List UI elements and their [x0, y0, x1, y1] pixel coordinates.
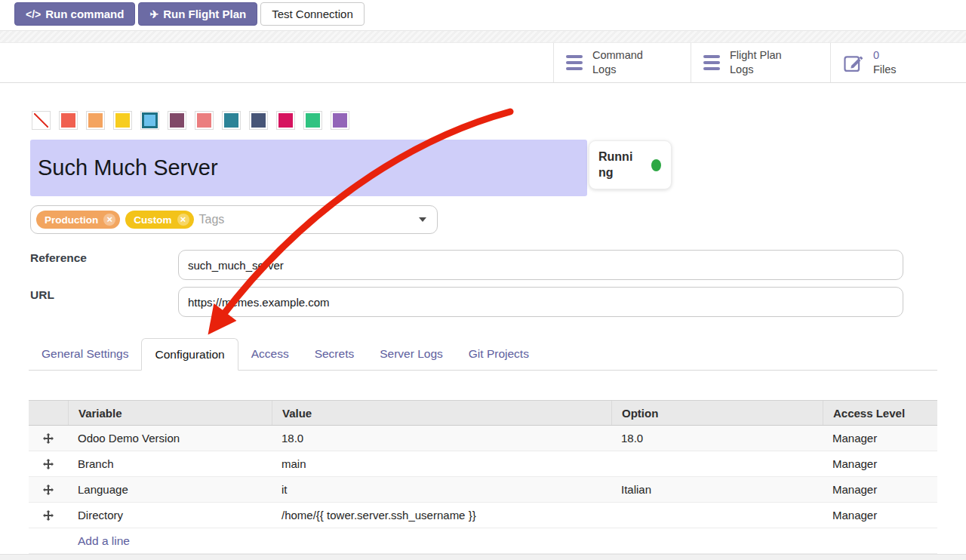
command-logs-label: Command Logs: [592, 48, 657, 77]
list-icon: [703, 55, 720, 70]
col-access-level[interactable]: Access Level: [823, 401, 937, 425]
color-picker: [32, 111, 349, 130]
list-icon: [566, 55, 583, 70]
stat-button-box: Command Logs Flight Plan Logs 0 Files: [0, 43, 966, 83]
add-line-link[interactable]: Add a line: [78, 534, 130, 548]
record-title: Such Much Server: [38, 155, 218, 180]
test-connection-button[interactable]: Test Connection: [260, 2, 365, 26]
notebook-tabs: General Settings Configuration Access Se…: [29, 338, 937, 371]
swatch-no-color[interactable]: [32, 111, 51, 130]
table-row[interactable]: Directory /home/{{ tower.server.ssh_user…: [29, 503, 937, 528]
swatch-fuchsia[interactable]: [276, 111, 295, 130]
tab-access[interactable]: Access: [238, 338, 302, 370]
url-input[interactable]: [178, 287, 903, 317]
cell-access-level[interactable]: Manager: [823, 432, 937, 445]
tab-secrets[interactable]: Secrets: [302, 338, 368, 370]
tags-placeholder: Tags: [199, 213, 225, 226]
tags-dropdown-caret-icon[interactable]: [419, 217, 426, 222]
drag-handle-icon[interactable]: [43, 485, 54, 495]
files-button[interactable]: 0 Files: [830, 43, 966, 82]
table-row[interactable]: Language it Italian Manager: [29, 477, 937, 503]
cell-option[interactable]: 18.0: [611, 432, 823, 445]
divider-strip: [0, 30, 966, 43]
cell-option[interactable]: Italian: [611, 483, 823, 496]
reference-input[interactable]: [178, 250, 903, 280]
swatch-dark-blue[interactable]: [249, 111, 268, 130]
swatch-dark-purple[interactable]: [168, 111, 186, 130]
status-label: Running: [598, 149, 638, 181]
tab-server-logs[interactable]: Server Logs: [367, 338, 456, 370]
table-header: Variable Value Option Access Level: [29, 400, 937, 426]
col-option[interactable]: Option: [611, 401, 823, 425]
configuration-table: Variable Value Option Access Level Odoo …: [29, 400, 937, 554]
cell-variable[interactable]: Directory: [68, 509, 272, 522]
drag-handle-icon[interactable]: [43, 459, 54, 469]
url-label: URL: [30, 288, 54, 302]
swatch-light-blue-selected[interactable]: [140, 111, 159, 130]
cell-value[interactable]: main: [272, 457, 611, 470]
swatch-yellow[interactable]: [113, 111, 132, 130]
tag-production[interactable]: Production ×: [36, 211, 120, 229]
page-bottom-strip: [0, 554, 966, 560]
server-form-page: </> Run command ✈ Run Flight Plan Test C…: [0, 0, 966, 560]
tag-custom-remove-icon[interactable]: ×: [177, 214, 189, 226]
cell-access-level[interactable]: Manager: [823, 483, 937, 496]
tag-custom-label: Custom: [134, 214, 171, 226]
swatch-green[interactable]: [303, 111, 322, 130]
col-value[interactable]: Value: [272, 401, 611, 425]
run-command-label: Run command: [45, 8, 124, 20]
add-line-row: Add a line: [29, 528, 937, 554]
cell-value[interactable]: /home/{{ tower.server.ssh_username }}: [272, 509, 611, 522]
tab-general-settings[interactable]: General Settings: [29, 338, 141, 370]
run-flight-plan-label: Run Flight Plan: [163, 8, 246, 20]
tag-production-label: Production: [45, 214, 98, 226]
test-connection-label: Test Connection: [272, 8, 353, 20]
table-row[interactable]: Odoo Demo Version 18.0 18.0 Manager: [29, 426, 937, 451]
swatch-purple[interactable]: [331, 111, 349, 130]
status-running-dot: [651, 159, 661, 171]
cell-variable[interactable]: Language: [68, 483, 272, 496]
edit-file-icon: [843, 53, 863, 73]
code-icon: </>: [26, 8, 41, 20]
run-command-button[interactable]: </> Run command: [14, 2, 135, 26]
cell-value[interactable]: it: [272, 483, 611, 496]
tab-git-projects[interactable]: Git Projects: [456, 338, 542, 370]
reference-label: Reference: [30, 251, 87, 265]
table-row[interactable]: Branch main Manager: [29, 451, 937, 477]
cell-value[interactable]: 18.0: [272, 432, 611, 445]
cell-access-level[interactable]: Manager: [823, 509, 937, 522]
files-count: 0: [873, 48, 938, 63]
flight-plan-logs-button[interactable]: Flight Plan Logs: [691, 43, 830, 82]
status-widget[interactable]: Running: [589, 140, 672, 189]
cell-variable[interactable]: Odoo Demo Version: [68, 432, 272, 445]
toolbar: </> Run command ✈ Run Flight Plan Test C…: [14, 2, 365, 26]
plane-icon: ✈: [149, 8, 158, 20]
flight-plan-logs-label: Flight Plan Logs: [730, 48, 795, 77]
swatch-orange[interactable]: [86, 111, 105, 130]
record-title-field[interactable]: Such Much Server: [30, 140, 587, 196]
command-logs-button[interactable]: Command Logs: [553, 43, 691, 82]
swatch-teal[interactable]: [222, 111, 241, 130]
run-flight-plan-button[interactable]: ✈ Run Flight Plan: [138, 2, 257, 26]
drag-handle-icon[interactable]: [43, 510, 54, 521]
drag-handle-icon[interactable]: [43, 433, 54, 444]
tags-field[interactable]: Production × Custom × Tags: [30, 205, 438, 234]
tab-configuration[interactable]: Configuration: [141, 338, 238, 371]
cell-access-level[interactable]: Manager: [823, 457, 937, 470]
tag-production-remove-icon[interactable]: ×: [103, 214, 115, 226]
cell-variable[interactable]: Branch: [68, 457, 272, 470]
tag-custom[interactable]: Custom ×: [125, 211, 193, 229]
files-label: Files: [873, 63, 938, 77]
swatch-salmon-pink[interactable]: [195, 111, 214, 130]
swatch-red[interactable]: [59, 111, 78, 130]
col-variable[interactable]: Variable: [68, 401, 272, 425]
